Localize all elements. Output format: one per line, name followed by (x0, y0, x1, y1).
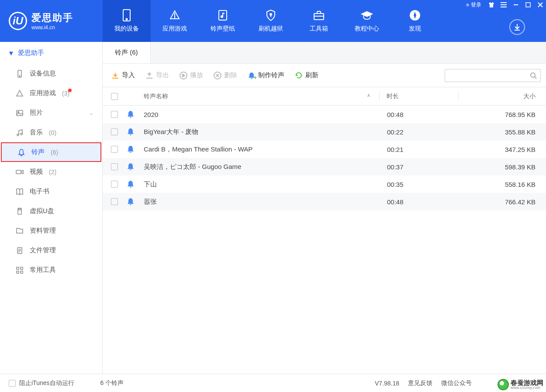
tool-label: 播放 (190, 71, 203, 79)
nav-discover[interactable]: 发现 (391, 0, 439, 42)
block-itunes-checkbox[interactable] (9, 380, 16, 387)
ringtone-name: 吴映洁，ピコ太郎 - Gugoo Game (144, 163, 380, 171)
bell-icon (126, 180, 144, 189)
search-box[interactable] (445, 69, 541, 82)
export-button[interactable]: 导出 (145, 71, 169, 79)
bell-icon (126, 127, 144, 136)
sidebar-item-ringtones[interactable]: 铃声(6) (1, 142, 101, 162)
svg-point-39 (531, 73, 535, 77)
nav-ringtones-wallpapers[interactable]: 铃声壁纸 (199, 0, 247, 42)
svg-rect-26 (19, 208, 21, 210)
sidebar-item-files[interactable]: 文件管理 (0, 241, 102, 260)
compass-icon (409, 9, 421, 21)
app-title: 爱思助手 (31, 11, 73, 24)
table-header: 铃声名称 ∧ 时长 大小 (103, 87, 546, 106)
row-checkbox[interactable] (111, 128, 118, 135)
delete-button[interactable]: 删除 (214, 71, 237, 79)
tool-label: 删除 (224, 71, 237, 79)
svg-rect-12 (501, 7, 507, 7)
nav-apps[interactable]: 应用游戏 (151, 0, 199, 42)
row-checkbox[interactable] (111, 181, 118, 188)
column-name[interactable]: 铃声名称 ∧ (144, 93, 379, 100)
select-all-column (103, 93, 126, 100)
block-itunes-label: 阻止iTunes自动运行 (19, 379, 74, 387)
sidebar-item-videos[interactable]: 视频(2) (0, 162, 102, 182)
table-row[interactable]: 202000:48768.95 KB (103, 106, 546, 123)
sidebar-item-ebooks[interactable]: 电子书 (0, 182, 102, 201)
row-checkbox[interactable] (111, 198, 118, 205)
logo-icon: iU (9, 12, 27, 30)
tool-label: 导出 (156, 71, 169, 79)
nav-flash-jailbreak[interactable]: 刷机越狱 (247, 0, 295, 42)
phone-icon (121, 9, 133, 21)
version-label[interactable]: V7.98.18 (375, 380, 399, 387)
column-size[interactable]: 大小 (459, 93, 546, 100)
table-row[interactable]: Cardi B，Megan Thee Stallion - WAP00:2134… (103, 141, 546, 158)
nav-label: 工具箱 (310, 25, 328, 33)
import-button[interactable]: 导入 (111, 71, 135, 79)
block-itunes-option[interactable]: 阻止iTunes自动运行 (9, 379, 74, 387)
minimize-button[interactable] (510, 0, 522, 10)
close-button[interactable] (535, 0, 546, 10)
table-row[interactable]: BigYear大年 - 废物00:22355.88 KB (103, 123, 546, 141)
sidebar-item-photos[interactable]: 照片⌄ (0, 103, 102, 123)
search-input[interactable] (449, 72, 530, 79)
svg-rect-25 (18, 208, 21, 214)
export-icon (145, 72, 153, 79)
column-duration[interactable]: 时长 (380, 93, 458, 100)
sidebar-item-data[interactable]: 资料管理 (0, 221, 102, 241)
data-icon (16, 227, 24, 235)
appstore-icon (169, 9, 181, 21)
row-checkbox[interactable] (111, 111, 118, 118)
row-checkbox[interactable] (111, 163, 118, 170)
ringtone-size: 766.42 KB (459, 198, 546, 206)
svg-line-40 (535, 77, 536, 79)
nav-toolbox[interactable]: 工具箱 (295, 0, 343, 42)
photos-icon (16, 109, 24, 117)
notification-badge (68, 89, 72, 92)
content-tabs: 铃声 (6) (103, 42, 546, 64)
table-row[interactable]: 嚣张00:48766.42 KB (103, 193, 546, 210)
nav-label: 发现 (409, 25, 421, 33)
nav-tutorials[interactable]: 教程中心 (343, 0, 391, 42)
ringtone-count: 6 个铃声 (100, 379, 124, 387)
refresh-button[interactable]: 刷新 (295, 71, 318, 79)
shirt-icon[interactable] (486, 0, 497, 10)
sidebar-item-music[interactable]: 音乐(0) (0, 123, 102, 142)
download-button[interactable] (509, 19, 525, 35)
login-button[interactable]: ⎆ 登录 (463, 1, 485, 9)
sidebar-item-device-info[interactable]: 设备信息 (0, 64, 102, 83)
music-file-icon (217, 9, 229, 21)
ringtone-duration: 00:35 (380, 181, 459, 188)
play-button[interactable]: 播放 (180, 71, 203, 79)
wechat-link[interactable]: 微信公众号 (441, 379, 472, 387)
make-ringtone-button[interactable]: + 制作铃声 (248, 71, 284, 79)
nav-label: 铃声壁纸 (211, 25, 235, 33)
toolbar: 导入 导出 播放 删除 + 制作铃声 刷新 (103, 64, 546, 87)
maximize-button[interactable] (522, 0, 534, 10)
table-row[interactable]: 下山00:35558.16 KB (103, 175, 546, 193)
import-icon (111, 72, 119, 79)
ringtone-size: 558.16 KB (459, 181, 546, 188)
sidebar-item-label: 虚拟U盘 (30, 207, 54, 215)
nav-my-device[interactable]: 我的设备 (103, 0, 151, 42)
logo-area: iU 爱思助手 www.i4.cn (0, 0, 103, 42)
feedback-link[interactable]: 意见反馈 (408, 379, 432, 387)
svg-rect-14 (526, 3, 530, 7)
sidebar-item-vdisk[interactable]: 虚拟U盘 (0, 201, 102, 221)
select-all-checkbox[interactable] (111, 93, 118, 100)
table-body: 202000:48768.95 KBBigYear大年 - 废物00:22355… (103, 106, 546, 374)
bell-icon (126, 197, 144, 206)
list-icon[interactable] (498, 0, 509, 10)
bell-icon (126, 162, 144, 171)
sidebar-item-apps[interactable]: 应用游戏(3) (0, 83, 102, 103)
ringtone-duration: 00:48 (380, 198, 459, 206)
tab-ringtones[interactable]: 铃声 (6) (103, 42, 151, 63)
sidebar-item-tools[interactable]: 常用工具 (0, 260, 102, 280)
ringtone-name: 2020 (144, 111, 380, 118)
ringtone-name: Cardi B，Megan Thee Stallion - WAP (144, 145, 380, 154)
window-controls: ⎆ 登录 (463, 0, 546, 10)
sidebar-header[interactable]: ▼ 爱思助手 (0, 42, 102, 64)
row-checkbox[interactable] (111, 146, 118, 153)
table-row[interactable]: 吴映洁，ピコ太郎 - Gugoo Game00:37598.39 KB (103, 158, 546, 175)
